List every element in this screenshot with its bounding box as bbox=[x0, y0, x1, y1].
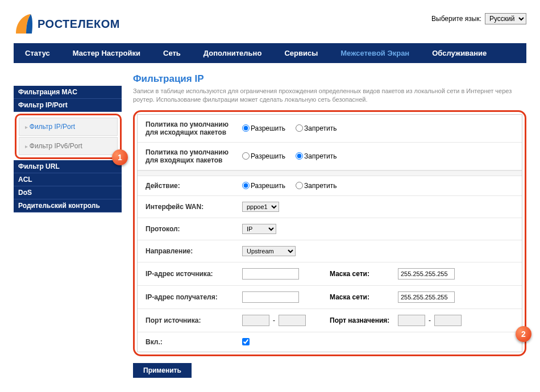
form-highlight: Политика по умолчанию для исходящих паке… bbox=[133, 110, 526, 356]
language-picker: Выберите язык: Русский bbox=[431, 13, 526, 24]
section-divider bbox=[138, 170, 522, 176]
nav-network[interactable]: Сеть bbox=[152, 43, 192, 63]
input-dst-port-from[interactable] bbox=[398, 315, 425, 326]
label-action: Действие: bbox=[146, 182, 242, 190]
input-src-ip[interactable] bbox=[242, 268, 299, 280]
page-title: Фильтрация IP bbox=[133, 73, 526, 85]
label-enable: Вкл.: bbox=[146, 338, 242, 346]
label-src-ip: IP-адрес источника: bbox=[146, 270, 242, 278]
sidebar-item-url-filter[interactable]: Фильтр URL bbox=[14, 160, 122, 173]
sidebar-item-mac-filter[interactable]: Фильтрация MAC bbox=[14, 86, 122, 99]
rostelecom-logo-icon bbox=[14, 13, 34, 35]
sidebar-sub-ip-port[interactable]: Фильтр IP/Port bbox=[19, 118, 118, 136]
select-proto[interactable]: IP bbox=[242, 224, 276, 234]
radio-out-allow[interactable] bbox=[242, 124, 250, 132]
sidebar-item-acl[interactable]: ACL bbox=[14, 173, 122, 186]
label-policy-in: Политика по умолчанию для входящих пакет… bbox=[146, 148, 242, 164]
radio-out-deny[interactable] bbox=[296, 124, 303, 132]
label-src-mask: Маска сети: bbox=[330, 270, 398, 278]
sidebar-sub-highlight: Фильтр IP/Port Фильтр IPv6/Port 1 bbox=[15, 114, 122, 159]
nav-wizard[interactable]: Мастер Настройки bbox=[61, 43, 152, 63]
label-wan: Интерфейс WAN: bbox=[146, 203, 242, 211]
label-src-port: Порт источника: bbox=[146, 316, 242, 324]
nav-advanced[interactable]: Дополнительно bbox=[192, 43, 273, 63]
sidebar-item-dos[interactable]: DoS bbox=[14, 186, 122, 199]
label-dst-ip: IP-адрес получателя: bbox=[146, 293, 242, 301]
dash-separator: - bbox=[429, 316, 431, 324]
page-description: Записи в таблице используются для ограни… bbox=[133, 87, 526, 105]
radio-action-allow[interactable] bbox=[242, 182, 250, 189]
nav-maintenance[interactable]: Обслуживание bbox=[421, 43, 498, 63]
input-dst-mask[interactable] bbox=[398, 291, 455, 303]
radio-in-deny[interactable] bbox=[296, 152, 303, 160]
callout-badge-1: 1 bbox=[112, 149, 128, 165]
input-src-port-from[interactable] bbox=[242, 315, 269, 326]
input-dst-ip[interactable] bbox=[242, 291, 299, 303]
logo-text: РОСТЕЛЕКОМ bbox=[38, 18, 120, 31]
language-select[interactable]: Русский bbox=[485, 13, 526, 24]
language-label: Выберите язык: bbox=[431, 15, 481, 23]
nav-firewall[interactable]: Межсетевой Экран bbox=[329, 43, 421, 63]
label-dst-port: Порт назначения: bbox=[330, 316, 398, 324]
label-proto: Протокол: bbox=[146, 225, 242, 233]
input-dst-port-to[interactable] bbox=[434, 315, 462, 326]
sidebar-item-ip-port[interactable]: Фильтр IP/Port bbox=[14, 99, 122, 112]
apply-button[interactable]: Применить bbox=[133, 363, 192, 378]
content: Фильтрация IP Записи в таблице использую… bbox=[133, 73, 526, 378]
label-direction: Направление: bbox=[146, 247, 242, 255]
callout-badge-2: 2 bbox=[516, 326, 531, 342]
input-src-port-to[interactable] bbox=[279, 315, 306, 326]
radio-in-allow[interactable] bbox=[242, 152, 250, 160]
sidebar: Фильтрация MAC Фильтр IP/Port Фильтр IP/… bbox=[14, 73, 122, 378]
nav-status[interactable]: Статус bbox=[14, 43, 61, 63]
sidebar-sub-ipv6-port[interactable]: Фильтр IPv6/Port bbox=[19, 137, 118, 155]
dash-separator: - bbox=[273, 316, 275, 324]
logo: РОСТЕЛЕКОМ bbox=[14, 13, 120, 35]
sidebar-item-parental[interactable]: Родительский контроль bbox=[14, 199, 122, 212]
nav-services[interactable]: Сервисы bbox=[273, 43, 329, 63]
select-direction[interactable]: Upstream bbox=[242, 246, 296, 256]
radio-action-deny[interactable] bbox=[296, 182, 303, 189]
main-nav: Статус Мастер Настройки Сеть Дополнитель… bbox=[14, 43, 526, 63]
select-wan[interactable]: pppoe1 bbox=[242, 202, 279, 212]
checkbox-enable[interactable] bbox=[242, 338, 250, 345]
form-panel: Политика по умолчанию для исходящих паке… bbox=[137, 114, 522, 352]
header: РОСТЕЛЕКОМ Выберите язык: Русский bbox=[14, 9, 526, 43]
label-policy-out: Политика по умолчанию для исходящих паке… bbox=[146, 120, 242, 136]
label-dst-mask: Маска сети: bbox=[330, 293, 398, 301]
input-src-mask[interactable] bbox=[398, 268, 455, 280]
